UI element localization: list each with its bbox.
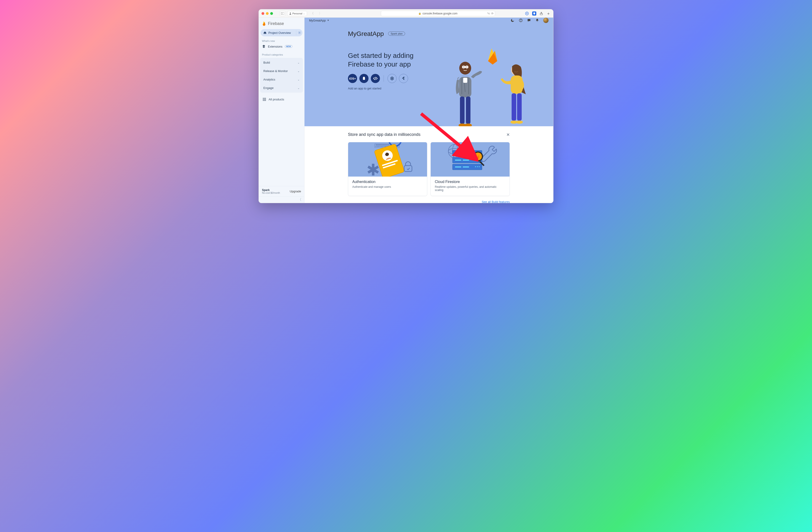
svg-rect-15 [466,97,470,124]
dismiss-promo-button[interactable]: ✕ [506,132,510,137]
sidebar-toggle-button[interactable] [280,11,285,16]
shield-icon[interactable] [532,12,536,16]
category-group: Build ⌄ Release & Monitor ⌄ Analytics ⌄ … [260,58,303,92]
nav-forward-button[interactable]: 〉 [317,11,323,16]
promo-cards: ✱ Authentication Authenticate and manage… [348,142,510,196]
fullscreen-window-button[interactable] [270,12,273,15]
extensions-label: Extensions [268,45,282,48]
chevron-down-icon: ⌄ [298,61,300,64]
person-illustration-2 [501,62,535,131]
share-icon[interactable] [539,12,543,15]
browser-titlebar: Personal ⌄ 〈 〉 🔒 console.firebase.google… [259,9,553,18]
minimize-window-button[interactable] [266,12,269,15]
collapse-sidebar-button[interactable]: 〈 [259,197,304,203]
all-products-label: All products [269,98,284,101]
dropdown-triangle-icon: ▼ [327,19,329,21]
chevron-down-icon: ⌄ [298,86,300,90]
product-categories-heading: Product categories [259,50,304,57]
add-app-unity-button[interactable] [388,74,397,83]
settings-gear-icon[interactable] [296,30,301,35]
unity-icon [390,76,394,81]
new-tab-icon[interactable]: ＋ [546,11,550,16]
plan-pill[interactable]: Spark plan [388,31,405,36]
project-overview-label: Project Overview [269,31,291,34]
upgrade-button[interactable]: Upgrade [290,190,301,193]
address-bar[interactable]: 🔒 console.firebase.google.com ᴬ⎋ ⟳ [381,11,495,16]
project-title: MyGreatApp [348,30,384,38]
sidebar-category-release-monitor[interactable]: Release & Monitor ⌄ [260,67,303,75]
profile-switcher[interactable]: Personal ⌄ [287,11,307,16]
dark-mode-icon[interactable] [510,18,515,23]
close-window-button[interactable] [262,12,264,15]
sidebar-category-build[interactable]: Build ⌄ [260,58,303,67]
address-bar-url: console.firebase.google.com [422,12,458,15]
chevron-down-icon: ⌄ [298,78,300,81]
project-switcher[interactable]: MyGreatApp ▼ [309,19,329,22]
project-overview-nav[interactable]: Project Overview [261,29,302,37]
svg-rect-19 [511,75,523,94]
whats-new-heading: What's new [259,37,304,43]
firebase-flame-icon [484,47,501,66]
account-avatar[interactable] [543,18,549,23]
project-name: MyGreatApp [309,19,326,22]
grid-icon [263,98,266,101]
card-title: Cloud Firestore [435,180,505,184]
nav-back-button[interactable]: 〈 [309,11,315,16]
notifications-icon[interactable] [535,18,539,23]
svg-rect-13 [463,78,467,83]
firebase-brand[interactable]: Firebase [259,18,304,29]
brand-name: Firebase [268,21,284,26]
svg-rect-20 [512,93,516,121]
category-label: Engage [263,86,274,90]
ios-label: iOS+ [349,77,356,80]
feedback-icon[interactable] [527,18,531,23]
chevron-down-icon: ⌄ [298,70,300,73]
category-label: Analytics [263,78,275,81]
new-badge: NEW [285,45,292,48]
project-topbar: MyGreatApp ▼ [304,18,553,23]
flutter-icon [402,76,406,81]
android-icon [362,76,366,81]
plan-subtitle: No-cost $0/month [262,192,280,194]
add-app-web-button[interactable] [371,74,380,83]
divider [383,75,384,82]
promo-card-authentication[interactable]: ✱ Authentication Authenticate and manage… [348,142,427,196]
hero-illustration [441,46,537,122]
reload-icon[interactable]: ⟳ [491,12,494,15]
promo-section: Store and sync app data in milliseconds … [304,126,553,203]
sidebar-all-products[interactable]: All products [259,94,304,105]
safari-window: Personal ⌄ 〈 〉 🔒 console.firebase.google… [259,9,553,203]
sidebar-footer: Spark No-cost $0/month Upgrade [259,186,304,197]
window-controls [262,12,273,15]
svg-point-8 [459,62,471,75]
sidebar-category-analytics[interactable]: Analytics ⌄ [260,75,303,84]
see-all-build-features-link[interactable]: See all Build features [348,200,510,203]
card-description: Realtime updates, powerful queries, and … [435,185,505,192]
translate-icon[interactable]: ᴬ⎋ [487,12,490,15]
firebase-logo-icon [262,21,266,26]
svg-rect-0 [281,12,284,15]
svg-rect-21 [517,93,522,121]
person-illustration-1 [448,60,482,131]
extensions-icon [262,45,266,48]
code-icon [373,76,378,81]
person-icon [289,12,291,15]
category-label: Build [263,61,270,64]
chevron-left-icon: 〈 [298,197,302,202]
add-app-ios-button[interactable]: iOS+ [348,74,357,83]
card-title: Authentication [352,180,423,184]
add-app-flutter-button[interactable] [399,74,408,83]
browser-toolbar-right: ＋ [525,11,550,16]
downloads-icon[interactable] [525,12,529,16]
profile-label: Personal [292,12,302,15]
add-app-android-button[interactable] [359,74,368,83]
sidebar-item-extensions[interactable]: Extensions NEW [259,43,304,50]
promo-heading: Store and sync app data in milliseconds [348,132,510,137]
help-icon[interactable] [519,18,523,23]
sidebar-category-engage[interactable]: Engage ⌄ [260,84,303,92]
promo-card-cloud-firestore[interactable]: Cloud Firestore Realtime updates, powerf… [431,142,510,196]
svg-rect-14 [460,97,465,124]
firestore-illustration [431,142,510,176]
svg-rect-26 [404,166,412,172]
hero-section: MyGreatApp Spark plan Get started by add… [304,23,553,126]
